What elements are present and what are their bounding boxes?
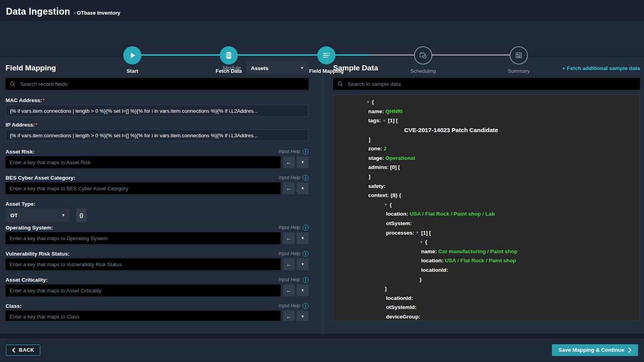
info-icon[interactable]: i [303,277,309,283]
save-mapping-continue-button[interactable]: Save Mapping & Continue [552,344,638,356]
tree-line: context: {8} { [333,191,640,200]
field-row: Class:Input Helpi←▼ [6,303,309,321]
collapse-triangle-icon[interactable]: ▼ [384,203,388,207]
dropdown-caret-button[interactable]: ▼ [297,232,309,244]
info-icon[interactable]: i [303,251,309,257]
field-row: Vulnerability Risk Status:Input Helpi←▼ [6,250,309,270]
chevron-right-icon [628,348,632,353]
field-row: Asset Criticality:Input Helpi←▼ [6,277,309,296]
tree-line: } [333,275,640,284]
field-label: Class: [6,303,22,309]
map-arrow-button[interactable]: ← [283,156,295,168]
key-input[interactable] [6,156,281,168]
map-arrow-button[interactable]: ← [283,182,295,194]
input-help-link[interactable]: Input Helpi [279,251,309,257]
step-circle[interactable] [123,46,141,64]
template-braces-button[interactable]: {} [76,208,87,222]
tree-line: locationId: [333,293,640,303]
footer-divider [0,334,644,338]
input-help-link[interactable]: Input Helpi [279,277,309,283]
map-arrow-button[interactable]: ← [283,284,295,296]
tree-line: ▼{ [333,237,640,247]
sliders-icon [322,51,331,60]
info-icon[interactable]: i [303,303,309,309]
key-input[interactable] [6,232,281,244]
field-mapping-fields: MAC Address:*IP Address:*Asset Risk:Inpu… [6,97,309,321]
fetch-additional-sample-data-link[interactable]: + Fetch additional sample data [562,65,640,71]
collapse-triangle-icon[interactable]: ▼ [382,119,386,123]
tree-line: tags: ▼[1] [ [333,116,640,125]
tree-line: location: USA / Flat Rock / Paint shop /… [333,209,640,219]
field-row: IP Address:* [6,121,309,141]
key-input[interactable] [6,258,281,270]
required-asterisk: * [35,122,37,128]
tree-line: ] [333,135,640,144]
chevron-down-icon: ▼ [301,236,305,240]
calendar-clock-icon [419,51,427,60]
field-label: MAC Address:* [6,97,45,103]
tree-line: processes: ▼[1] [ [333,228,640,237]
step-circle[interactable] [510,46,528,64]
footer-bar: BACK Save Mapping & Continue [0,338,644,362]
step-fetch-data[interactable]: Fetch Data [201,46,256,74]
step-summary[interactable]: Summary [491,46,546,74]
template-value-input[interactable] [6,129,309,141]
dropdown-caret-button[interactable]: ▼ [297,284,309,296]
field-label: BES Cyber Asset Category: [6,175,75,181]
field-label: Vulnerability Risk Status: [6,251,70,257]
step-scheduling[interactable]: Scheduling [395,46,451,74]
step-circle[interactable] [317,46,335,64]
step-circle[interactable] [414,46,432,64]
input-help-link[interactable]: Input Helpi [279,303,309,309]
record-fields-search[interactable] [6,78,309,90]
template-value-input[interactable] [6,105,309,117]
asset-type-select[interactable]: OT▼ [6,208,70,222]
play-icon [128,51,137,60]
dropdown-caret-button[interactable]: ▼ [297,311,309,321]
map-arrow-button[interactable]: ← [283,311,295,321]
info-icon[interactable]: i [303,225,309,231]
input-help-link[interactable]: Input Helpi [279,225,309,231]
key-input[interactable] [6,311,281,321]
tree-line: otSystemId: [333,303,640,312]
tree-line: CVE-2017-14023 Patch Candidate [333,125,640,135]
sample-data-tree: ▼{name: QHNRItags: ▼[1] [CVE-2017-14023 … [333,95,640,321]
step-field-mapping[interactable]: Field Mapping [299,46,354,74]
collapse-triangle-icon[interactable]: ▼ [366,100,370,104]
search-icon [337,81,343,87]
top-bar: Data Ingestion - OTbase Inventory [0,0,644,21]
chevron-down-icon: ▼ [301,262,305,266]
step-start[interactable]: Start [105,46,160,74]
tree-line: deviceGroup: [333,312,640,321]
input-help-link[interactable]: Input Helpi [279,149,309,155]
search-sample-data-input[interactable] [347,81,636,87]
dropdown-caret-button[interactable]: ▼ [297,182,309,194]
map-arrow-button[interactable]: ← [283,232,295,244]
sample-data-search[interactable] [333,78,640,90]
collapse-triangle-icon[interactable]: ▼ [416,231,419,235]
chevron-down-icon: ▼ [301,315,305,318]
tree-line: name: Car manufacturing / Paint shop [333,247,640,256]
field-row: MAC Address:* [6,97,309,117]
step-circle[interactable] [220,46,238,64]
dropdown-caret-button[interactable]: ▼ [297,156,309,168]
dropdown-caret-button[interactable]: ▼ [297,258,309,270]
step-label: Scheduling [395,68,451,74]
field-row: Operating System:Input Helpi←▼ [6,224,309,244]
field-mapping-title: Field Mapping [6,64,56,72]
search-record-fields-input[interactable] [19,81,305,87]
tree-line: locationId: [333,265,640,275]
info-icon[interactable]: i [303,149,309,155]
info-icon[interactable]: i [303,175,309,181]
tree-line: zone: 2 [333,144,640,154]
chevron-down-icon: ▼ [301,186,305,190]
input-help-link[interactable]: Input Helpi [279,175,309,181]
sample-data-panel: Sample Data + Fetch additional sample da… [322,57,644,334]
map-arrow-button[interactable]: ← [283,258,295,270]
collapse-triangle-icon[interactable]: ▼ [420,240,423,244]
key-input[interactable] [6,284,281,296]
tree-line: ] [333,284,640,294]
step-label: Summary [491,68,546,74]
back-button[interactable]: BACK [6,345,40,356]
key-input[interactable] [6,182,281,194]
